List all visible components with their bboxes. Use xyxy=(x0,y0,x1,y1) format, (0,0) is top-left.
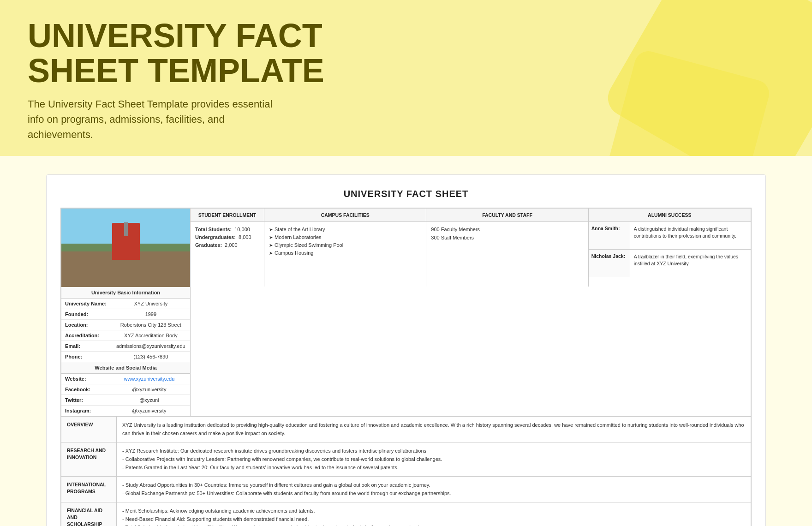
info-value: (123) 456-7890 xyxy=(112,352,190,362)
facility-item: ➤ Olympic Sized Swimming Pool xyxy=(269,242,421,248)
website-link[interactable]: www.xyzuniversity.edu xyxy=(124,376,174,382)
table-row: RESEARCH AND INNOVATION - XYZ Research I… xyxy=(61,442,751,477)
enrollment-label: Total Students: xyxy=(195,227,232,232)
table-row: Facebook: @xyzuniversity xyxy=(61,384,190,395)
table-row: Accreditation: XYZ Accreditation Body xyxy=(61,330,190,341)
social-label: Twitter: xyxy=(61,395,108,406)
section-content: XYZ University is a leading institution … xyxy=(117,417,751,442)
alumni-item: Nicholas Jack: A trailblazer in their fi… xyxy=(589,250,751,277)
table-row: Website: www.xyzuniversity.edu xyxy=(61,374,190,384)
table-row: OVERVIEW XYZ University is a leading ins… xyxy=(61,417,751,442)
basic-info-table: University Name: XYZ University Founded:… xyxy=(61,299,190,362)
enrollment-value: 10,000 xyxy=(234,227,250,232)
info-value: XYZ Accreditation Body xyxy=(112,330,190,341)
enrollment-row: Total Students: 10,000 xyxy=(195,227,259,232)
facility-name: Campus Housing xyxy=(275,250,313,256)
table-wrapper: University Basic Information University … xyxy=(60,208,752,526)
header-section: UNIVERSITY FACT SHEET TEMPLATE The Unive… xyxy=(0,0,812,156)
enrollment-label: Undergraduates: xyxy=(195,234,236,240)
social-value: www.xyzuniversity.edu xyxy=(108,374,190,384)
section-label: RESEARCH AND INNOVATION xyxy=(61,442,117,477)
arrow-icon: ➤ xyxy=(269,235,273,240)
alumni-name: Nicholas Jack: xyxy=(589,250,630,277)
facilities-col: ➤ State of the Art Library ➤ Modern Labo… xyxy=(264,222,426,287)
stats-header-enrollment: STUDENT ENROLLMENT xyxy=(191,209,264,221)
stats-header-faculty: FACULTY AND STAFF xyxy=(426,209,588,221)
section-label: OVERVIEW xyxy=(61,417,117,442)
info-label: Email: xyxy=(61,341,112,352)
table-row: University Name: XYZ University xyxy=(61,299,190,309)
info-label: Location: xyxy=(61,320,112,330)
alumni-col: Anna Smith: A distinguished individual m… xyxy=(589,222,751,287)
social-info-table: Website: www.xyzuniversity.edu Facebook:… xyxy=(61,374,190,416)
social-label: Website: xyxy=(61,374,108,384)
table-row: Phone: (123) 456-7890 xyxy=(61,352,190,362)
stats-header-alumni: ALUMNI SUCCESS xyxy=(589,209,751,221)
social-value: @xyzuniversity xyxy=(108,384,190,395)
alumni-desc: A distinguished individual making signif… xyxy=(630,222,751,249)
info-label: Phone: xyxy=(61,352,112,362)
faculty-item: 300 Staff Members xyxy=(431,235,583,240)
enrollment-row: Graduates: 2,000 xyxy=(195,242,259,248)
alumni-name: Anna Smith: xyxy=(589,222,630,249)
alumni-item: Anna Smith: A distinguished individual m… xyxy=(589,222,751,250)
social-media-label: Website and Social Media xyxy=(61,362,190,374)
section-label: FINANCIAL AID AND SCHOLARSHIP xyxy=(61,502,117,526)
stats-body: Total Students: 10,000 Undergraduates: 8… xyxy=(191,222,751,287)
section-content: - Merit Scholarships: Acknowledging outs… xyxy=(117,502,751,526)
arrow-icon: ➤ xyxy=(269,251,273,256)
arrow-icon: ➤ xyxy=(269,243,273,248)
info-label: Founded: xyxy=(61,309,112,320)
table-row: Instagram: @xyzuniversity xyxy=(61,406,190,416)
alumni-desc: A trailblazer in their field, exemplifyi… xyxy=(630,250,751,277)
header-subtitle: The University Fact Sheet Template provi… xyxy=(28,96,286,142)
table-row: Email: admissions@xyzuniversity.edu xyxy=(61,341,190,352)
section-label: INTERNATIONAL PROGRAMS xyxy=(61,477,117,502)
left-panel: University Basic Information University … xyxy=(61,209,191,416)
table-row: INTERNATIONAL PROGRAMS - Study Abroad Op… xyxy=(61,477,751,502)
section-content: - XYZ Research Institute: Our dedicated … xyxy=(117,442,751,477)
detail-table: OVERVIEW XYZ University is a leading ins… xyxy=(61,417,751,526)
stats-header-facilities: CAMPUS FACILITIES xyxy=(264,209,426,221)
university-image-inner xyxy=(61,209,190,287)
table-row: FINANCIAL AID AND SCHOLARSHIP - Merit Sc… xyxy=(61,502,751,526)
table-row: Founded: 1999 xyxy=(61,309,190,320)
social-label: Facebook: xyxy=(61,384,108,395)
table-row: Location: Roberstons City 123 Street xyxy=(61,320,190,330)
info-value: Roberstons City 123 Street xyxy=(112,320,190,330)
university-info-label: University Basic Information xyxy=(61,287,190,299)
right-panel: STUDENT ENROLLMENT CAMPUS FACILITIES FAC… xyxy=(191,209,751,416)
main-content: UNIVERSITY FACT SHEET University Basic I… xyxy=(0,156,812,526)
faculty-item: 900 Faculty Members xyxy=(431,227,583,232)
facility-name: Modern Laboratories xyxy=(275,234,322,240)
enrollment-value: 2,000 xyxy=(225,242,238,248)
section-content: - Study Abroad Opportunities in 30+ Coun… xyxy=(117,477,751,502)
facility-item: ➤ State of the Art Library xyxy=(269,227,421,232)
facility-item: ➤ Campus Housing xyxy=(269,250,421,256)
stats-header: STUDENT ENROLLMENT CAMPUS FACILITIES FAC… xyxy=(191,209,751,222)
faculty-col: 900 Faculty Members 300 Staff Members xyxy=(426,222,588,287)
facility-name: State of the Art Library xyxy=(275,227,325,232)
facility-name: Olympic Sized Swimming Pool xyxy=(275,242,343,248)
social-value: @xyzuni xyxy=(108,395,190,406)
fact-sheet-card: UNIVERSITY FACT SHEET University Basic I… xyxy=(46,174,766,526)
info-value: 1999 xyxy=(112,309,190,320)
info-label: Accreditation: xyxy=(61,330,112,341)
info-label: University Name: xyxy=(61,299,112,309)
university-image xyxy=(61,209,190,287)
enrollment-label: Graduates: xyxy=(195,242,222,248)
enrollment-col: Total Students: 10,000 Undergraduates: 8… xyxy=(191,222,264,287)
enrollment-value: 8,000 xyxy=(239,234,251,240)
info-value: admissions@xyzuniversity.edu xyxy=(112,341,190,352)
fact-sheet-title: UNIVERSITY FACT SHEET xyxy=(60,189,752,199)
social-label: Instagram: xyxy=(61,406,108,416)
arrow-icon: ➤ xyxy=(269,227,273,232)
enrollment-row: Undergraduates: 8,000 xyxy=(195,234,259,240)
main-title: UNIVERSITY FACT SHEET TEMPLATE xyxy=(28,18,351,88)
top-section: University Basic Information University … xyxy=(61,208,751,417)
info-value: XYZ University xyxy=(112,299,190,309)
table-row: Twitter: @xyzuni xyxy=(61,395,190,406)
facility-item: ➤ Modern Laboratories xyxy=(269,234,421,240)
social-value: @xyzuniversity xyxy=(108,406,190,416)
